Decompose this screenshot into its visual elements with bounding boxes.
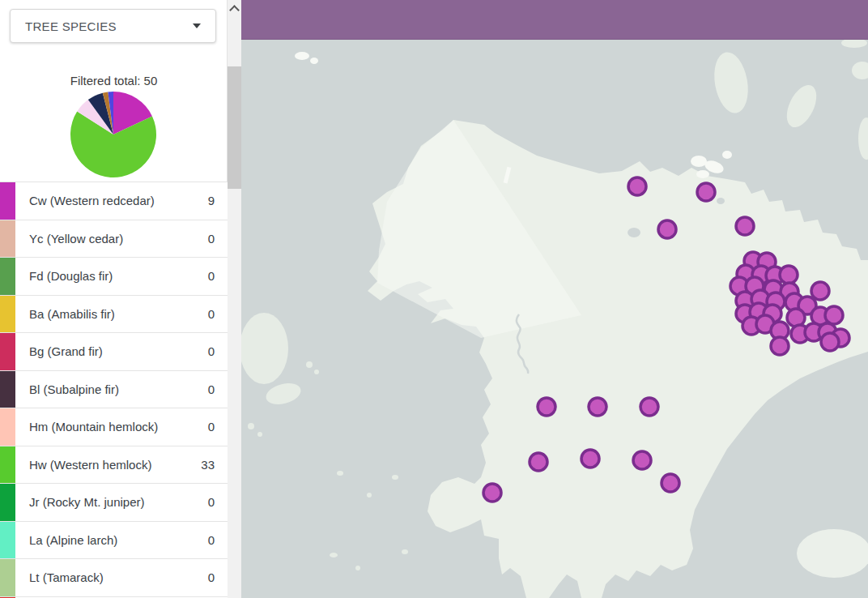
species-count: 0 xyxy=(208,344,215,358)
map-marker[interactable] xyxy=(581,450,599,468)
species-pie-chart xyxy=(68,89,159,180)
species-label: Hw (Western hemlock) xyxy=(29,458,151,472)
species-dropdown[interactable]: TREE SPECIES xyxy=(10,9,216,43)
species-label: Fd (Douglas fir) xyxy=(29,269,113,283)
species-count: 0 xyxy=(208,382,215,396)
map-marker[interactable] xyxy=(483,484,501,502)
species-list-item[interactable]: Hw (Western hemlock)33 xyxy=(0,446,228,484)
species-list-item[interactable]: Cw (Western redcedar)9 xyxy=(0,182,228,220)
map-marker[interactable] xyxy=(589,398,606,416)
species-color-bar xyxy=(0,220,15,258)
species-color-bar xyxy=(0,446,15,484)
species-label: Ba (Amabilis fir) xyxy=(29,307,115,321)
map-marker[interactable] xyxy=(640,398,658,416)
map-marker[interactable] xyxy=(658,220,676,238)
map-marker[interactable] xyxy=(771,337,789,355)
species-list-item[interactable]: Bg (Grand fir)0 xyxy=(0,332,228,370)
species-label: Hm (Mountain hemlock) xyxy=(29,420,158,434)
filter-sidebar: TREE SPECIES Filtered total: 50 Cw (West… xyxy=(0,0,228,598)
species-count: 9 xyxy=(208,194,215,207)
species-label: Bl (Subalpine fir) xyxy=(29,382,119,396)
species-list-item[interactable]: Jr (Rocky Mt. juniper)0 xyxy=(0,483,228,521)
species-count: 0 xyxy=(208,420,215,434)
species-color-bar xyxy=(0,333,15,370)
species-dropdown-label: TREE SPECIES xyxy=(25,19,117,33)
map-marker[interactable] xyxy=(530,453,547,471)
species-color-bar xyxy=(0,258,15,295)
map-header-bar xyxy=(241,0,868,40)
species-label: Cw (Western redcedar) xyxy=(29,194,155,207)
species-color-bar xyxy=(0,559,15,596)
scrollbar-up-arrow-icon[interactable] xyxy=(229,5,240,15)
map-marker[interactable] xyxy=(697,183,715,201)
species-label: Jr (Rocky Mt. juniper) xyxy=(29,495,145,509)
species-color-bar xyxy=(0,408,15,446)
map-marker[interactable] xyxy=(825,306,843,324)
species-color-bar xyxy=(0,522,15,559)
map-marker[interactable] xyxy=(811,282,829,300)
map-canvas[interactable] xyxy=(241,40,868,598)
species-color-bar xyxy=(0,371,15,408)
sidebar-scrollbar[interactable] xyxy=(228,0,241,598)
species-count: 0 xyxy=(208,570,215,584)
map-marker[interactable] xyxy=(662,474,679,492)
map-marker[interactable] xyxy=(538,398,555,416)
scrollbar-thumb[interactable] xyxy=(228,66,241,189)
species-count: 0 xyxy=(208,269,215,283)
species-count: 0 xyxy=(208,495,215,509)
species-list-item[interactable]: Hm (Mountain hemlock)0 xyxy=(0,408,228,446)
species-label: Yc (Yellow cedar) xyxy=(29,232,123,246)
map[interactable] xyxy=(241,0,868,598)
species-label: Bg (Grand fir) xyxy=(29,344,103,358)
map-marker[interactable] xyxy=(628,177,646,195)
map-marker[interactable] xyxy=(633,451,651,469)
species-list-item[interactable]: Fd (Douglas fir)0 xyxy=(0,257,228,295)
species-count: 0 xyxy=(208,307,215,321)
filtered-total-title: Filtered total: 50 xyxy=(0,74,228,88)
species-list-item[interactable]: La (Alpine larch)0 xyxy=(0,521,228,559)
species-list-item[interactable]: Yc (Yellow cedar)0 xyxy=(0,220,228,258)
map-marker[interactable] xyxy=(821,333,839,351)
species-color-bar xyxy=(0,484,15,521)
species-label: La (Alpine larch) xyxy=(29,533,117,547)
species-color-bar xyxy=(0,296,15,333)
species-list-item[interactable]: Lt (Tamarack)0 xyxy=(0,558,228,596)
map-marker[interactable] xyxy=(780,266,798,284)
species-count: 0 xyxy=(208,533,215,547)
species-count: 0 xyxy=(208,232,215,246)
chevron-down-icon xyxy=(193,23,201,28)
species-count: 33 xyxy=(201,458,215,472)
species-color-bar xyxy=(0,182,15,220)
species-list: Cw (Western redcedar)9Yc (Yellow cedar)0… xyxy=(0,182,228,598)
species-list-item[interactable]: Ba (Amabilis fir)0 xyxy=(0,295,228,333)
species-label: Lt (Tamarack) xyxy=(29,570,104,584)
map-marker[interactable] xyxy=(736,217,754,235)
species-list-item[interactable]: Bl (Subalpine fir)0 xyxy=(0,370,228,408)
